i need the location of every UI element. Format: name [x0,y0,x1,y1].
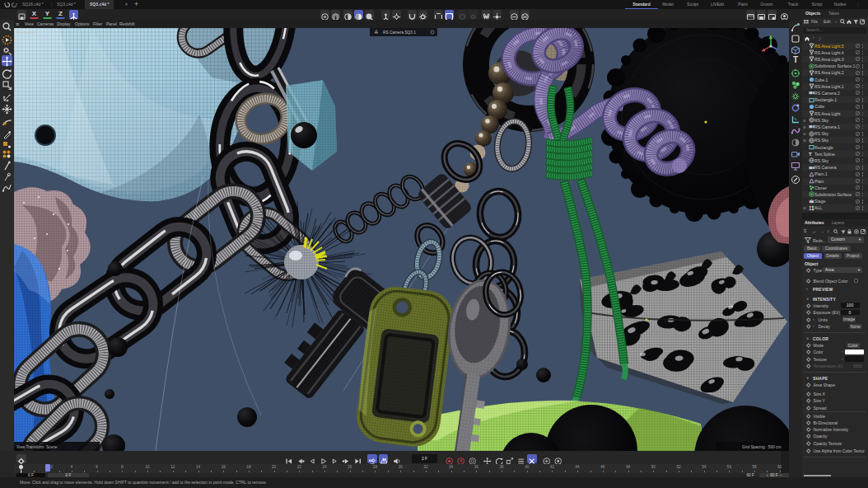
svg-text:A: A [460,458,463,463]
svg-text:Grid Spacing : 500 cm: Grid Spacing : 500 cm [742,445,781,449]
svg-text:RS Camera SQ3 1: RS Camera SQ3 1 [383,30,416,35]
svg-text:View Transform: Scene: View Transform: Scene [16,445,58,449]
svg-text:Perspective: Perspective [16,30,36,35]
